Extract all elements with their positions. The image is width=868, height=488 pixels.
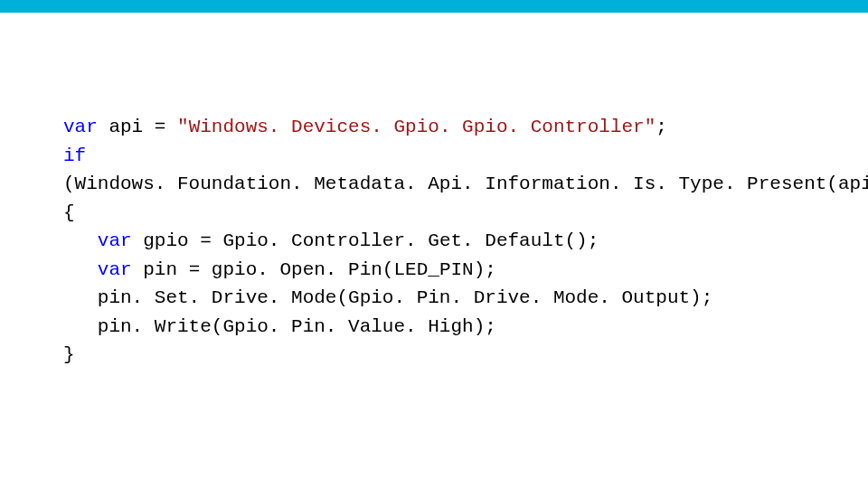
keyword-var: var [98, 230, 132, 251]
keyword-if: if [63, 145, 86, 166]
code-text: pin. Set. Drive. Mode(Gpio. Pin. Drive. … [63, 287, 712, 308]
code-text: pin = gpio. Open. Pin(LED_PIN); [132, 259, 496, 280]
string-literal: "Windows. Devices. Gpio. Gpio. Controlle… [177, 117, 656, 137]
code-text: ; [656, 117, 667, 137]
keyword-var: var [63, 117, 98, 137]
code-text: gpio = Gpio. Controller. Get. Default(); [132, 230, 599, 251]
brace-close: } [63, 344, 75, 365]
accent-bar [0, 0, 868, 13]
code-text: (Windows. Foundation. Metadata. Api. Inf… [63, 174, 868, 194]
indent [63, 259, 98, 280]
code-text: api = [98, 117, 177, 137]
keyword-var: var [98, 259, 132, 280]
code-text: pin. Write(Gpio. Pin. Value. High); [63, 316, 496, 337]
code-block: var api = "Windows. Devices. Gpio. Gpio.… [63, 113, 868, 370]
indent [63, 230, 98, 251]
brace-open: { [63, 202, 75, 223]
